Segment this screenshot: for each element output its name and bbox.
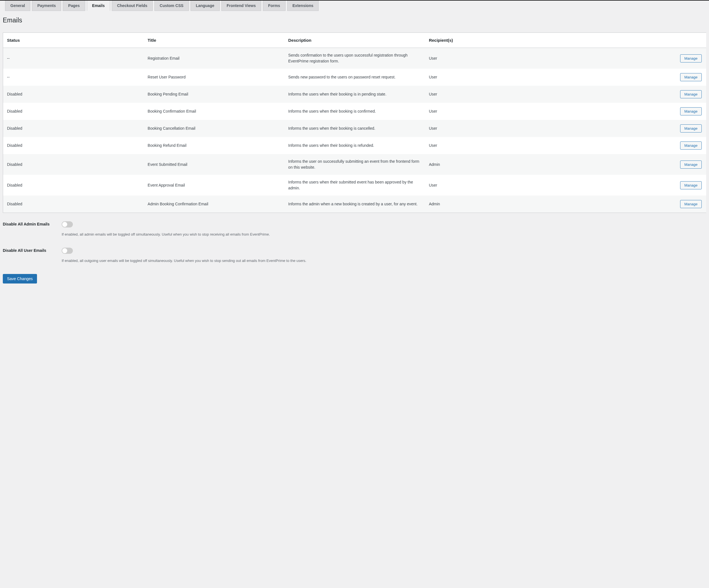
cell-action: Manage	[650, 103, 706, 120]
manage-button[interactable]: Manage	[680, 141, 702, 150]
setting-control-disable-user: If enabled, all outgoing user emails wil…	[62, 248, 706, 263]
cell-title: Booking Refund Email	[144, 137, 284, 154]
save-row: Save Changes	[0, 274, 709, 284]
tabs-nav: General Payments Pages Emails Checkout F…	[0, 1, 709, 11]
setting-disable-admin-emails: Disable All Admin Emails If enabled, all…	[3, 221, 706, 236]
table-row: DisabledEvent Approval EmailInforms the …	[3, 175, 706, 195]
cell-recipients: User	[425, 175, 650, 195]
table-row: DisabledAdmin Booking Confirmation Email…	[3, 195, 706, 213]
cell-description: Informs the admin when a new booking is …	[284, 195, 425, 213]
table-row: DisabledEvent Submitted EmailInforms the…	[3, 154, 706, 175]
cell-action: Manage	[650, 120, 706, 137]
cell-status: Disabled	[3, 120, 144, 137]
cell-recipients: User	[425, 48, 650, 69]
setting-label-disable-admin: Disable All Admin Emails	[3, 221, 62, 236]
cell-description: Informs the users when their booking is …	[284, 120, 425, 137]
cell-action: Manage	[650, 48, 706, 69]
manage-button[interactable]: Manage	[680, 124, 702, 133]
tab-frontend-views[interactable]: Frontend Views	[221, 1, 261, 11]
cell-title: Booking Pending Email	[144, 86, 284, 103]
table-row: DisabledBooking Pending EmailInforms the…	[3, 86, 706, 103]
table-row: DisabledBooking Refund EmailInforms the …	[3, 137, 706, 154]
manage-button[interactable]: Manage	[680, 107, 702, 115]
cell-recipients: Admin	[425, 154, 650, 175]
emails-table-container: Status Title Description Recipient(s) --…	[3, 32, 706, 213]
save-button[interactable]: Save Changes	[3, 274, 37, 284]
cell-title: Booking Confirmation Email	[144, 103, 284, 120]
setting-control-disable-admin: If enabled, all admin emails will be tog…	[62, 221, 706, 236]
manage-button[interactable]: Manage	[680, 200, 702, 208]
cell-recipients: User	[425, 103, 650, 120]
cell-description: Informs the users when their booking is …	[284, 137, 425, 154]
cell-action: Manage	[650, 195, 706, 213]
tab-emails[interactable]: Emails	[87, 1, 110, 11]
tab-language[interactable]: Language	[190, 1, 220, 11]
emails-table: Status Title Description Recipient(s) --…	[3, 33, 706, 213]
cell-title: Reset User Password	[144, 69, 284, 86]
table-header-row: Status Title Description Recipient(s)	[3, 33, 706, 48]
cell-status: --	[3, 48, 144, 69]
manage-button[interactable]: Manage	[680, 161, 702, 169]
cell-title: Event Submitted Email	[144, 154, 284, 175]
table-row: --Reset User PasswordSends new password …	[3, 69, 706, 86]
cell-description: Sends new password to the users on passw…	[284, 69, 425, 86]
cell-action: Manage	[650, 86, 706, 103]
cell-description: Informs the users when their submitted e…	[284, 175, 425, 195]
cell-recipients: User	[425, 120, 650, 137]
cell-description: Informs the users when their booking is …	[284, 86, 425, 103]
tab-extensions[interactable]: Extensions	[287, 1, 319, 11]
cell-status: Disabled	[3, 137, 144, 154]
cell-action: Manage	[650, 69, 706, 86]
tab-checkout-fields[interactable]: Checkout Fields	[112, 1, 153, 11]
manage-button[interactable]: Manage	[680, 90, 702, 98]
cell-status: Disabled	[3, 195, 144, 213]
manage-button[interactable]: Manage	[680, 54, 702, 62]
cell-status: Disabled	[3, 175, 144, 195]
tab-payments[interactable]: Payments	[32, 1, 61, 11]
cell-status: Disabled	[3, 103, 144, 120]
settings-section: Disable All Admin Emails If enabled, all…	[0, 221, 709, 263]
cell-recipients: Admin	[425, 195, 650, 213]
cell-title: Registration Email	[144, 48, 284, 69]
header-action	[650, 33, 706, 48]
cell-status: Disabled	[3, 86, 144, 103]
tab-pages[interactable]: Pages	[63, 1, 85, 11]
cell-recipients: User	[425, 69, 650, 86]
manage-button[interactable]: Manage	[680, 181, 702, 189]
header-description: Description	[284, 33, 425, 48]
cell-title: Booking Cancellation Email	[144, 120, 284, 137]
tab-general[interactable]: General	[5, 1, 30, 11]
cell-description: Informs the user on successfully submitt…	[284, 154, 425, 175]
header-title: Title	[144, 33, 284, 48]
cell-recipients: User	[425, 137, 650, 154]
table-row: DisabledBooking Confirmation EmailInform…	[3, 103, 706, 120]
cell-title: Event Approval Email	[144, 175, 284, 195]
tab-custom-css[interactable]: Custom CSS	[154, 1, 189, 11]
cell-description: Informs the users when their booking is …	[284, 103, 425, 120]
table-row: DisabledBooking Cancellation EmailInform…	[3, 120, 706, 137]
cell-title: Admin Booking Confirmation Email	[144, 195, 284, 213]
setting-label-disable-user: Disable All User Emails	[3, 248, 62, 263]
setting-help-disable-user: If enabled, all outgoing user emails wil…	[62, 259, 706, 263]
header-status: Status	[3, 33, 144, 48]
manage-button[interactable]: Manage	[680, 73, 702, 81]
tab-forms[interactable]: Forms	[263, 1, 286, 11]
cell-action: Manage	[650, 137, 706, 154]
cell-recipients: User	[425, 86, 650, 103]
cell-action: Manage	[650, 175, 706, 195]
toggle-disable-admin-emails[interactable]	[62, 221, 73, 228]
header-recipients: Recipient(s)	[425, 33, 650, 48]
table-row: --Registration EmailSends confirmation t…	[3, 48, 706, 69]
cell-action: Manage	[650, 154, 706, 175]
page-title: Emails	[0, 11, 709, 27]
toggle-disable-user-emails[interactable]	[62, 248, 73, 254]
setting-disable-user-emails: Disable All User Emails If enabled, all …	[3, 248, 706, 263]
cell-status: --	[3, 69, 144, 86]
cell-description: Sends confirmation to the users upon suc…	[284, 48, 425, 69]
cell-status: Disabled	[3, 154, 144, 175]
setting-help-disable-admin: If enabled, all admin emails will be tog…	[62, 232, 706, 236]
